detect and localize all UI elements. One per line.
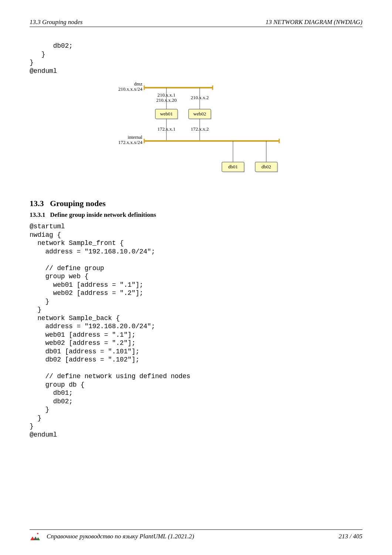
net1-name: dmz — [134, 81, 143, 87]
section-heading: 13.3 Grouping nodes — [30, 199, 362, 208]
plantuml-logo-icon — [30, 533, 41, 542]
footer-text: Справочное руководство по языку PlantUML… — [47, 533, 194, 540]
subsection-title: Define group inside network definitions — [50, 211, 156, 218]
section-title: Grouping nodes — [50, 199, 106, 208]
subsection-heading: 13.3.1 Define group inside network defin… — [30, 211, 362, 219]
svg-point-22 — [37, 533, 38, 534]
node-web02-label: web02 — [193, 111, 206, 117]
node-web01-label: web01 — [160, 111, 173, 117]
web02-addr-internal: 172.x.x.2 — [191, 126, 209, 132]
footer-left: Справочное руководство по языку PlantUML… — [30, 531, 194, 540]
web01-addr-dmz-b: 210.x.x.20 — [156, 97, 176, 103]
web02-addr-dmz: 210.x.x.2 — [191, 95, 209, 100]
net2-cidr: 172.x.x.x/24 — [118, 139, 143, 145]
code-block-main: @startuml nwdiag { network Sample_front … — [30, 222, 362, 439]
node-db01-label: db01 — [228, 164, 238, 169]
web01-addr-internal: 172.x.x.1 — [158, 126, 176, 132]
code-block-prev-tail: db02; } } @enduml — [30, 42, 362, 75]
section-number: 13.3 — [30, 199, 44, 208]
network-diagram: dmz 210.x.x.x/24 210.x.x.1 210.x.x.20 21… — [92, 79, 362, 180]
subsection-number: 13.3.1 — [30, 211, 45, 218]
running-header: 13.3 Grouping nodes 13 NETWORK DIAGRAM (… — [30, 18, 362, 27]
page: 13.3 Grouping nodes 13 NETWORK DIAGRAM (… — [0, 0, 392, 555]
web01-addr-dmz-a: 210.x.x.1 — [158, 92, 176, 98]
node-db02-label: db02 — [261, 164, 271, 169]
net1-cidr: 210.x.x.x/24 — [118, 86, 143, 92]
net2-name: internal — [128, 134, 142, 140]
page-footer: Справочное руководство по языку PlantUML… — [30, 529, 362, 540]
page-number: 213 / 405 — [339, 533, 362, 540]
header-left: 13.3 Grouping nodes — [30, 18, 82, 26]
header-right: 13 NETWORK DIAGRAM (NWDIAG) — [266, 18, 362, 26]
